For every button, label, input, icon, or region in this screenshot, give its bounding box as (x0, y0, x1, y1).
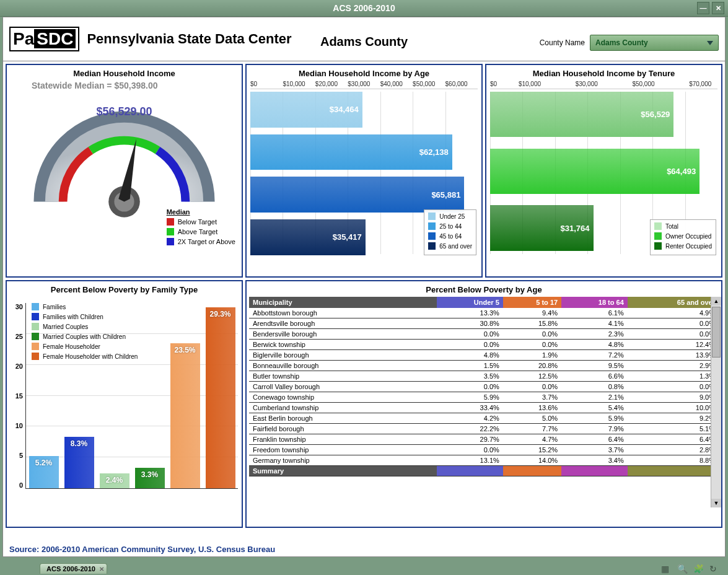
table-row[interactable]: Conewago township5.9%3.7%2.1%9.0% (249, 392, 719, 403)
age-title: Median Household Income by Age (247, 65, 481, 81)
tab-acs[interactable]: ACS 2006-2010 ✕ (40, 563, 107, 574)
app-window: ACS 2006-2010 — ✕ Adams County County Na… (0, 0, 728, 575)
table-row[interactable]: Franklin township29.7%4.7%6.4%6.4% (249, 434, 719, 445)
gauge-value: $56,529.00 (96, 105, 152, 118)
page: Adams County County Name Adams County Pa… (2, 17, 726, 557)
source-text: Source: 2006-2010 American Community Sur… (9, 545, 275, 554)
table-row[interactable]: Arendtsville borough30.8%15.8%4.1%0.0% (249, 318, 719, 329)
county-label: County Name (540, 38, 585, 47)
logo: PaSDC (9, 27, 79, 51)
table-title: Percent Below Poverty by Age (247, 281, 721, 297)
pin-icon[interactable]: 🧩 (693, 564, 703, 574)
county-dropdown[interactable]: Adams County (590, 35, 719, 51)
age-legend: Under 25 25 to 44 45 to 64 65 and over (424, 209, 476, 255)
county-title: Adams County (320, 35, 408, 49)
scroll-thumb[interactable] (712, 307, 721, 358)
summary-label: Summary (249, 466, 437, 476)
org-name: Pennsylvania State Data Center (87, 31, 291, 47)
swatch-red (167, 218, 174, 226)
tenure-xaxis: $0$10,000$30,000$50,000$70,000 (490, 81, 717, 89)
family-title: Percent Below Poverty by Family Type (7, 281, 242, 297)
panel-gauge: Median Household Income Statewide Median… (6, 64, 243, 278)
grid-icon[interactable]: ▦ (661, 564, 671, 574)
table-row[interactable]: Abbottstown borough13.3%9.4%6.1%4.9% (249, 308, 719, 318)
swatch-blue (167, 238, 174, 245)
table-row[interactable]: Berwick township0.0%0.0%4.8%12.4% (249, 340, 719, 350)
table-row[interactable]: Bonneauville borough1.5%20.8%9.5%2.9% (249, 361, 719, 371)
gauge-title: Median Household Income (7, 65, 242, 81)
th-under5[interactable]: Under 5 (437, 297, 503, 308)
search-icon[interactable]: 🔍 (677, 564, 687, 574)
county-selector-group: County Name Adams County (540, 35, 719, 51)
refresh-icon[interactable]: ↻ (709, 564, 719, 574)
tenure-title: Median Household Income by Tenure (486, 65, 721, 81)
tab-bar: ACS 2006-2010 ✕ ▦ 🔍 🧩 ↻ (2, 561, 726, 575)
county-selected: Adams County (595, 38, 648, 47)
table-row[interactable]: Germany township13.1%14.0%3.4%8.8% (249, 455, 719, 466)
gauge-legend: Median Below Target Above Target 2X Targ… (167, 208, 235, 248)
swatch-green (167, 228, 174, 235)
status-icons: ▦ 🔍 🧩 ↻ (661, 564, 719, 574)
th-5to17[interactable]: 5 to 17 (503, 297, 561, 308)
panel-income-age: Median Household Income by Age $0$10,000… (245, 64, 483, 278)
panel-income-tenure: Median Household Income by Tenure $0$10,… (485, 64, 722, 278)
title-bar: ACS 2006-2010 — ✕ (0, 0, 728, 17)
th-18to64[interactable]: 18 to 64 (561, 297, 628, 308)
age-xaxis: $0$10,000$20,000$30,000$40,000$50,000$60… (250, 81, 478, 89)
gauge-icon (7, 81, 242, 223)
gauge-legend-title: Median (167, 208, 235, 216)
poverty-table: Municipality Under 5 5 to 17 18 to 64 65… (249, 297, 719, 476)
tenure-legend: Total Owner Occupied Renter Occupied (650, 219, 716, 255)
chevron-down-icon (707, 41, 713, 45)
table-row[interactable]: Cumberland township33.4%13.6%5.4%10.0% (249, 403, 719, 413)
minimize-button[interactable]: — (697, 2, 709, 14)
scroll-up-icon[interactable]: ▲ (711, 297, 721, 305)
window-title: ACS 2006-2010 (333, 3, 395, 13)
scroll-down-icon[interactable]: ▼ (711, 499, 721, 507)
table-row[interactable]: Bendersville borough0.0%0.0%2.3%0.0% (249, 329, 719, 340)
statewide-label: Statewide Median = $50,398.00 (32, 81, 158, 90)
table-row[interactable]: Biglerville borough4.8%1.9%7.2%13.9% (249, 350, 719, 361)
table-row[interactable]: Butler township3.5%12.5%6.6%1.3% (249, 371, 719, 382)
table-row[interactable]: Carroll Valley borough0.0%0.0%0.8%0.0% (249, 382, 719, 392)
tab-close-icon[interactable]: ✕ (99, 566, 104, 573)
table-body: Abbottstown borough13.3%9.4%6.1%4.9%Aren… (249, 308, 719, 466)
table-row[interactable]: East Berlin borough4.2%5.0%5.9%9.2% (249, 413, 719, 424)
table-scrollbar[interactable]: ▲ ▼ (711, 297, 721, 507)
th-municipality[interactable]: Municipality (249, 297, 437, 308)
family-legend: Families Families with Children Married … (32, 303, 138, 362)
dashboard-grid: Median Household Income Statewide Median… (3, 61, 725, 530)
table-row[interactable]: Fairfield borough22.2%7.7%7.9%5.1% (249, 424, 719, 434)
family-yaxis: 302520151050 (8, 303, 23, 489)
close-button[interactable]: ✕ (712, 2, 724, 14)
panel-poverty-age: Percent Below Poverty by Age Municipalit… (245, 280, 722, 528)
table-row[interactable]: Freedom township0.0%15.2%3.7%2.8% (249, 445, 719, 455)
th-65over[interactable]: 65 and over (628, 297, 719, 308)
panel-poverty-family: Percent Below Poverty by Family Type 302… (6, 280, 243, 528)
